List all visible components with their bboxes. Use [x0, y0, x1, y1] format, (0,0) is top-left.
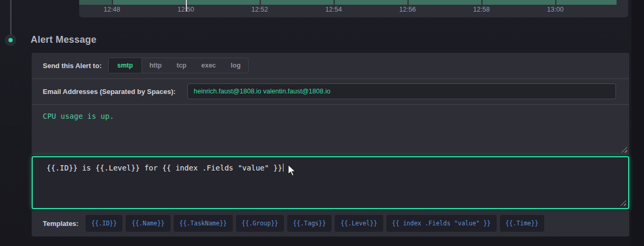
page-right-gutter — [631, 0, 644, 246]
resize-grip-icon[interactable] — [621, 147, 627, 153]
axis-tick-mark — [334, 0, 335, 5]
graph-area-fill — [79, 0, 617, 5]
axis-tick-label: 12:54 — [325, 6, 342, 13]
send-to-row: Send this Alert to: smtp http tcp exec l… — [32, 53, 629, 78]
email-addresses-input[interactable] — [187, 83, 616, 99]
graph-x-axis-band: 12:48 12:50 12:52 12:54 12:56 12:58 13:0… — [79, 0, 628, 17]
tab-exec[interactable]: exec — [194, 58, 223, 73]
template-chip-id[interactable]: {{.ID}} — [86, 215, 122, 232]
template-chip-name[interactable]: {{.Name}} — [126, 215, 170, 232]
axis-tick-mark — [260, 0, 261, 5]
axis-tick-label: 12:56 — [399, 6, 415, 13]
message-template-textarea[interactable]: {{.ID}} is {{.Level}} for {{ index .Fiel… — [32, 156, 629, 209]
graph-area-fill-darker-segment — [79, 0, 112, 5]
message-preview-area[interactable]: CPU usage is up. — [32, 104, 629, 155]
template-chip-level[interactable]: {{.Level}} — [335, 215, 383, 232]
alert-handler-tab-group: smtp http tcp exec log — [108, 58, 249, 73]
templates-label: Templates: — [43, 220, 79, 228]
template-chip-group[interactable]: {{.Group}} — [236, 215, 284, 232]
step-timeline-node — [5, 34, 16, 46]
axis-tick-label: 12:58 — [473, 6, 489, 13]
template-chip-time[interactable]: {{.Time}} — [500, 215, 544, 232]
tab-tcp[interactable]: tcp — [169, 58, 194, 73]
email-label: Email Addresses (Separated by Spaces): — [43, 88, 176, 96]
text-caret — [283, 164, 284, 172]
tab-smtp[interactable]: smtp — [109, 58, 142, 73]
template-chip-tags[interactable]: {{.Tags}} — [287, 215, 332, 232]
send-to-label: Send this Alert to: — [43, 62, 101, 70]
message-template-text: {{.ID}} is {{.Level}} for {{ index .Fiel… — [46, 164, 283, 172]
section-title: Alert Message — [31, 34, 97, 45]
email-row: Email Addresses (Separated by Spaces): — [32, 78, 629, 104]
axis-tick-label: 13:00 — [547, 6, 563, 13]
step-timeline-rail — [10, 0, 12, 35]
resize-grip-icon[interactable] — [620, 200, 626, 206]
axis-tick-mark — [408, 0, 409, 5]
step-active-dot — [8, 38, 13, 42]
template-chip-taskname[interactable]: {{.TaskName}} — [174, 215, 233, 232]
axis-tick-mark — [112, 0, 113, 5]
axis-tick-label: 12:50 — [177, 6, 194, 13]
mouse-cursor-icon — [288, 164, 297, 177]
tab-http[interactable]: http — [142, 58, 169, 73]
axis-tick-label: 12:52 — [251, 6, 268, 13]
templates-row: Templates: {{.ID}} {{.Name}} {{.TaskName… — [32, 211, 629, 236]
template-chip-index-fields-value[interactable]: {{ index .Fields "value" }} — [386, 215, 497, 232]
tab-log[interactable]: log — [223, 58, 248, 73]
axis-tick-label: 12:48 — [103, 6, 120, 13]
alert-message-panel: Send this Alert to: smtp http tcp exec l… — [32, 53, 629, 236]
template-chip-list: {{.ID}} {{.Name}} {{.TaskName}} {{.Group… — [86, 215, 544, 232]
axis-tick-mark — [555, 0, 556, 5]
message-preview-text: CPU usage is up. — [43, 112, 114, 120]
axis-tick-mark — [481, 0, 482, 5]
